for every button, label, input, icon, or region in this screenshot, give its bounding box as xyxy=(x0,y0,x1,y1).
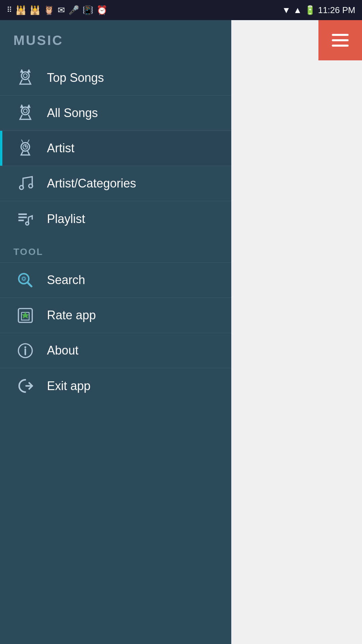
sidebar-item-artist-categories[interactable]: Artist/Categories xyxy=(0,166,231,201)
mic-icon: 🎤 xyxy=(68,5,79,15)
sidebar-item-label-artist: Artist xyxy=(47,141,74,155)
tool-section-header: TOOL xyxy=(0,236,231,263)
sidebar-item-exit-app[interactable]: Exit app xyxy=(0,368,231,404)
status-bar: ⠿ 🕌 🕌 🦉 ✉ 🎤 📳 ⏰ ▼ ▲ 🔋 11:26 PM xyxy=(0,0,362,20)
sidebar-item-artist[interactable]: Artist xyxy=(0,131,231,166)
exit-icon xyxy=(13,374,37,398)
status-bar-left: ⠿ 🕌 🕌 🦉 ✉ 🎤 📳 ⏰ xyxy=(7,5,107,15)
sidebar-item-top-songs[interactable]: Top Songs xyxy=(0,60,231,96)
svg-point-3 xyxy=(23,109,27,112)
clock-medal-icon xyxy=(13,137,37,160)
app-title: MUSIC xyxy=(13,33,63,48)
rate-app-icon xyxy=(13,304,37,327)
sidebar-item-label-about: About xyxy=(47,343,78,358)
app-icon-1: 🕌 xyxy=(15,5,26,15)
sidebar-item-label-playlist: Playlist xyxy=(47,212,85,226)
status-bar-right: ▼ ▲ 🔋 11:26 PM xyxy=(282,5,355,15)
sidebar-item-search[interactable]: Search xyxy=(0,263,231,298)
sidebar-item-about[interactable]: About xyxy=(0,333,231,368)
sidebar-item-playlist[interactable]: Playlist xyxy=(0,201,231,236)
sidebar-item-all-songs[interactable]: All Songs xyxy=(0,96,231,131)
app-icon-3: 🦉 xyxy=(44,5,54,15)
svg-point-21 xyxy=(24,346,26,348)
gmail-icon: ✉ xyxy=(58,5,65,15)
svg-point-8 xyxy=(19,185,23,189)
app-container: MUSIC Top Songs xyxy=(0,20,362,644)
music-note-icon xyxy=(13,172,37,195)
playlist-icon xyxy=(13,207,37,231)
app-icon-2: 🕌 xyxy=(29,5,40,15)
hamburger-button[interactable] xyxy=(318,20,362,60)
right-panel xyxy=(231,20,362,644)
svg-point-2 xyxy=(21,107,29,115)
hamburger-line-1 xyxy=(332,34,349,36)
alarm-icon: ⏰ xyxy=(97,5,107,15)
sidebar-item-rate-app[interactable]: Rate app xyxy=(0,298,231,333)
sidebar-item-label-exit-app: Exit app xyxy=(47,379,90,393)
signal-icon: ▲ xyxy=(293,5,302,15)
svg-point-0 xyxy=(21,72,29,79)
drawer-header: MUSIC xyxy=(0,20,231,60)
about-icon xyxy=(13,339,37,362)
sidebar-item-label-search: Search xyxy=(47,273,85,287)
vibrate-icon: 📳 xyxy=(82,5,93,15)
wifi-icon: ▼ xyxy=(282,5,291,15)
hamburger-icon xyxy=(332,34,349,47)
svg-point-1 xyxy=(23,73,27,77)
medal-icon xyxy=(13,66,37,90)
music-menu-section: Top Songs All Songs xyxy=(0,60,231,644)
battery-icon: 🔋 xyxy=(305,5,315,15)
sidebar-item-label-top-songs: Top Songs xyxy=(47,71,104,85)
drawer: MUSIC Top Songs xyxy=(0,20,231,644)
search-icon xyxy=(13,268,37,292)
sidebar-item-label-rate-app: Rate app xyxy=(47,308,96,322)
sidebar-item-label-all-songs: All Songs xyxy=(47,106,98,120)
hamburger-line-3 xyxy=(332,45,349,47)
hamburger-line-2 xyxy=(332,39,349,41)
svg-point-15 xyxy=(20,275,26,281)
overflow-icon: ⠿ xyxy=(7,6,12,14)
svg-point-13 xyxy=(25,222,28,225)
status-time: 11:26 PM xyxy=(318,5,355,15)
medal2-icon xyxy=(13,101,37,125)
sidebar-item-label-artist-categories: Artist/Categories xyxy=(47,176,136,191)
